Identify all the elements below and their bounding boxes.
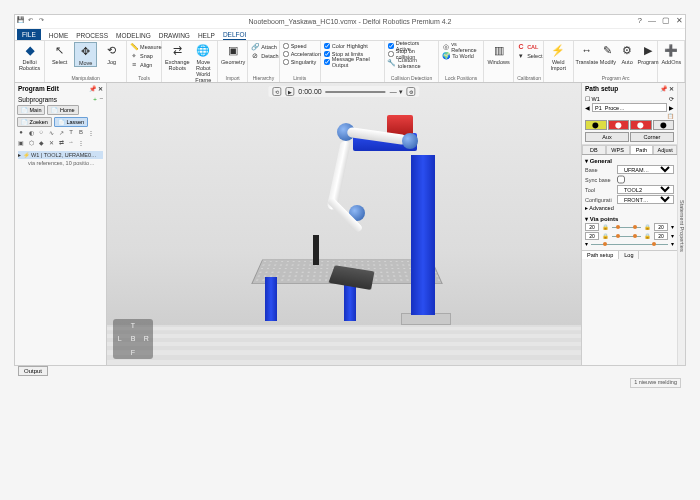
tab-process[interactable]: PROCESS xyxy=(76,31,108,40)
color-highlight-check[interactable]: Color Highlight xyxy=(324,42,381,50)
advanced-toggle[interactable]: ▸ Advanced xyxy=(585,205,674,211)
tab-modeling[interactable]: MODELING xyxy=(116,31,151,40)
speed-dropdown[interactable]: — ▾ xyxy=(390,88,403,96)
geometry-button[interactable]: ▣Geometry xyxy=(221,42,245,65)
cal-select-button[interactable]: ▾Select xyxy=(517,51,542,60)
subpgm-main[interactable]: 📄 Main xyxy=(17,105,45,115)
tool-icon[interactable]: ○ xyxy=(37,129,45,137)
align-button[interactable]: ≡Align xyxy=(130,60,161,69)
detach-button[interactable]: ⊘Detach xyxy=(251,51,278,60)
addons-button[interactable]: ➕AddOns xyxy=(661,42,681,65)
delfoi-robotics-button[interactable]: ◆Delfoi Robotics xyxy=(18,42,41,71)
subpgm-zoeken[interactable]: 📄 Zoeken xyxy=(17,117,52,127)
tab-wps[interactable]: WPS xyxy=(606,145,630,154)
program-button[interactable]: ▶Program xyxy=(638,42,658,65)
copy-icon[interactable]: 📋 xyxy=(667,113,674,119)
collapse-icon[interactable]: ▾ xyxy=(585,241,588,247)
tab-db[interactable]: DB xyxy=(582,145,606,154)
via-in-1a[interactable] xyxy=(585,223,599,231)
select-button[interactable]: ↖Select xyxy=(48,42,71,65)
3d-viewport[interactable]: T LBR F ⟲ ▶ 0:00.00 — ▾ ⚙ xyxy=(107,83,581,365)
weld-import-button[interactable]: ⚡Weld Import xyxy=(547,42,570,71)
tab-home[interactable]: HOME xyxy=(49,31,69,40)
modify-button[interactable]: ✎Modify xyxy=(600,42,616,65)
tab-adjust[interactable]: Adjust xyxy=(653,145,677,154)
btn-yellow[interactable]: ⬤ xyxy=(585,120,607,130)
pin-icon[interactable]: 📌 xyxy=(89,85,96,92)
statement-properties-tab[interactable]: Statement Properties xyxy=(677,83,685,365)
tool-select[interactable]: TOOL2 xyxy=(617,185,674,194)
to-world-button[interactable]: 🌍To World xyxy=(442,51,480,60)
snap-button[interactable]: ⌖Snap xyxy=(130,51,161,60)
tab-drawing[interactable]: DRAWING xyxy=(159,31,190,40)
tool-icon[interactable]: ↗ xyxy=(57,129,65,137)
remove-icon[interactable]: – xyxy=(100,95,103,104)
lock-icon[interactable]: 🔒 xyxy=(602,224,609,230)
lock-icon[interactable]: 🔒 xyxy=(644,224,651,230)
refresh-icon[interactable]: ⟳ xyxy=(669,96,674,102)
tree-node-sub[interactable]: via references, 10 positio… xyxy=(18,159,103,167)
jog-button[interactable]: ⟲Jog xyxy=(100,42,123,65)
via-in-2a[interactable] xyxy=(585,232,599,240)
play-button[interactable]: ▶ xyxy=(285,87,294,96)
nav-cube[interactable]: T LBR F xyxy=(113,319,153,359)
qat-save-icon[interactable]: 💾 xyxy=(17,16,25,24)
msg-panel-check[interactable]: Message Panel Output xyxy=(324,58,381,66)
dropdown-icon[interactable]: ▾ xyxy=(671,233,674,239)
help-icon[interactable]: ? xyxy=(638,16,642,25)
btn-red2[interactable]: ⬤ xyxy=(630,120,652,130)
tool-icon[interactable]: ⬡ xyxy=(27,139,35,147)
sync-check[interactable] xyxy=(617,175,625,184)
reset-button[interactable]: ⟲ xyxy=(272,87,281,96)
tab-delfoi[interactable]: DELFOI xyxy=(223,30,246,40)
cal-button[interactable]: CCAL xyxy=(517,42,542,51)
close-icon[interactable]: ✕ xyxy=(676,16,683,25)
panel-close-icon[interactable]: ✕ xyxy=(98,85,103,92)
tool-icon[interactable]: ◐ xyxy=(27,129,35,137)
accel-check[interactable]: Acceleration xyxy=(283,50,321,58)
btn-grey[interactable]: ⬤ xyxy=(653,120,675,130)
tool-icon[interactable]: ∿ xyxy=(47,129,55,137)
via-in-1b[interactable] xyxy=(654,223,668,231)
attach-button[interactable]: 🔗Attach xyxy=(251,42,278,51)
timeline-slider[interactable] xyxy=(326,91,386,93)
corner-button[interactable]: Corner xyxy=(630,132,674,142)
speed-check[interactable]: Speed xyxy=(283,42,321,50)
tool-icon[interactable]: ◆ xyxy=(37,139,45,147)
add-icon[interactable]: ＋ xyxy=(92,95,98,104)
subpgm-home[interactable]: 📄 Home xyxy=(47,105,78,115)
aux-button[interactable]: Aux xyxy=(585,132,629,142)
base-select[interactable]: UFRAM… xyxy=(617,165,674,174)
move-robot-world-button[interactable]: 🌐Move Robot World Frame xyxy=(193,42,215,83)
btn-red[interactable]: ⬤ xyxy=(608,120,630,130)
tab-help[interactable]: HELP xyxy=(198,31,215,40)
status-message[interactable]: 1 nieuwe melding xyxy=(630,378,681,388)
tool-icon[interactable]: B xyxy=(77,129,85,137)
subpgm-lassen[interactable]: 📄 Lassen xyxy=(54,117,88,127)
pin-icon[interactable]: 📌 xyxy=(660,85,667,92)
auto-button[interactable]: ⚙Auto xyxy=(619,42,635,65)
tool-icon[interactable]: ● xyxy=(17,129,25,137)
nav-prev-icon[interactable]: ◀ xyxy=(585,105,590,111)
qat-redo-icon[interactable]: ↷ xyxy=(39,16,47,24)
tool-icon[interactable]: → xyxy=(67,139,75,147)
measure-button[interactable]: 📏Measure xyxy=(130,42,161,51)
tool-icon[interactable]: ✕ xyxy=(47,139,55,147)
panel-close-icon[interactable]: ✕ xyxy=(669,85,674,92)
collapse-icon[interactable]: ▾ xyxy=(671,241,674,247)
lock-icon[interactable]: 🔒 xyxy=(602,233,609,239)
maximize-icon[interactable]: ▢ xyxy=(662,16,670,25)
bottab-pathsetup[interactable]: Path setup xyxy=(582,251,619,259)
custom-tolerance-button[interactable]: 🔧Custom tolerance xyxy=(388,58,435,67)
nav-next-icon[interactable]: ▶ xyxy=(669,105,674,111)
bottab-log[interactable]: Log xyxy=(619,251,639,259)
settings-button[interactable]: ⚙ xyxy=(407,87,416,96)
translate-button[interactable]: ↔Translate xyxy=(577,42,597,65)
tool-icon[interactable]: T xyxy=(67,129,75,137)
tool-icon[interactable]: ▣ xyxy=(17,139,25,147)
tool-icon[interactable]: ⋮ xyxy=(77,139,85,147)
output-button[interactable]: Output xyxy=(18,366,48,376)
windows-button[interactable]: ▥Windows xyxy=(487,42,510,65)
tab-file[interactable]: FILE xyxy=(17,29,41,40)
path-select[interactable] xyxy=(592,103,667,112)
